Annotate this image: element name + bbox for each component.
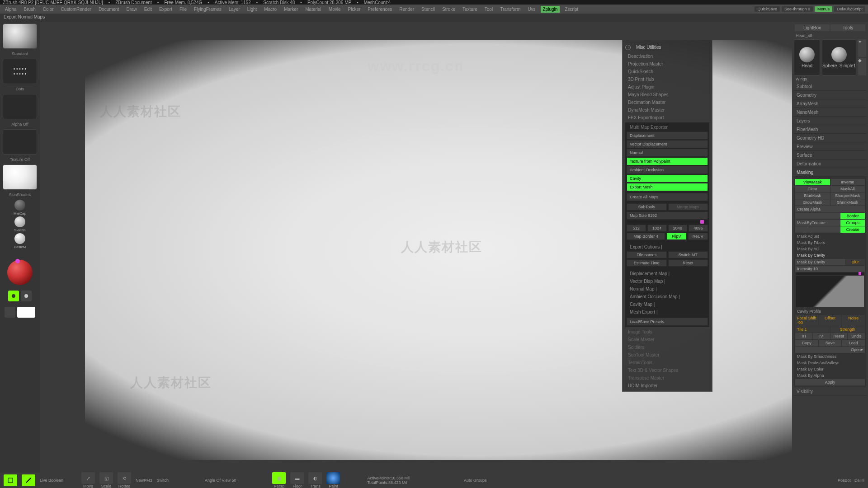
viewmask-button[interactable]: ViewMask xyxy=(795,179,830,185)
filenames-button[interactable]: File names xyxy=(627,251,667,258)
size-4096[interactable]: 4096 xyxy=(689,225,708,232)
section-fibermesh[interactable]: FiberMesh xyxy=(794,126,866,134)
ih-button[interactable]: IH xyxy=(795,333,812,339)
intensity-slider-track[interactable] xyxy=(796,272,864,275)
size-512[interactable]: 512 xyxy=(627,225,646,232)
offset-button[interactable]: Offset xyxy=(819,315,842,326)
move-button[interactable]: ⤢ xyxy=(81,472,95,484)
color-swatch-main[interactable] xyxy=(8,291,19,301)
menu-movie[interactable]: Movie xyxy=(326,6,343,13)
section-arraymesh[interactable]: ArrayMesh xyxy=(794,100,866,108)
toggle-texture-polypaint[interactable]: Texture from Polypaint xyxy=(627,157,708,165)
stroke-slot[interactable] xyxy=(3,59,37,84)
vector-disp-map-section[interactable]: Vector Disp Map | xyxy=(626,277,708,285)
cavity-curve[interactable] xyxy=(796,276,864,307)
delhi-label[interactable]: DelHi xyxy=(854,478,864,483)
inverse-button[interactable]: Inverse xyxy=(830,179,865,185)
plugin-quicksketch[interactable]: QuickSketch xyxy=(624,68,710,75)
paint-button[interactable] xyxy=(326,472,340,484)
blurmask-button[interactable]: BlurMask xyxy=(795,192,830,199)
section-visibility[interactable]: Visibility xyxy=(794,388,866,396)
mapsize-slider[interactable]: Map Size 8192 xyxy=(627,211,708,220)
tile-slider[interactable]: Tile 1 xyxy=(795,326,830,333)
mask-bycolor-label[interactable]: Mask By Color xyxy=(795,366,865,372)
edit-mode-icon[interactable] xyxy=(4,474,17,486)
maskall-button[interactable]: MaskAll xyxy=(830,186,865,192)
curve-save-button[interactable]: Save xyxy=(819,340,842,346)
basicm-ball[interactable] xyxy=(14,233,25,244)
autogroups-label[interactable]: Auto Groups xyxy=(464,478,487,483)
plugin-decimation[interactable]: Decimation Master xyxy=(624,99,710,106)
plugin-dynamesh[interactable]: DynaMesh Master xyxy=(624,106,710,114)
plugin-terraintools[interactable]: TerrainTools xyxy=(624,359,710,366)
section-layers[interactable]: Layers xyxy=(794,117,866,125)
curve-undo-button[interactable]: Undo xyxy=(848,333,865,339)
menu-uvs[interactable]: Uvs xyxy=(525,6,538,13)
menu-flyingframes[interactable]: FlyingFrames xyxy=(192,6,224,13)
persp-button[interactable]: ▦ xyxy=(272,472,286,484)
focalshift-slider[interactable]: Focal Shift -90 xyxy=(795,315,818,326)
curve-open-button[interactable]: Open▾ xyxy=(795,347,865,353)
menu-brush[interactable]: Brush xyxy=(22,6,38,13)
section-deformation[interactable]: Deformation xyxy=(794,160,866,168)
brush-slot[interactable] xyxy=(3,23,37,49)
plugin-transpose[interactable]: Transpose Master xyxy=(624,374,710,382)
blur-button[interactable]: Blur xyxy=(846,259,865,265)
plugin-soldiers[interactable]: Soldiers xyxy=(624,343,710,351)
plugin-deactivation[interactable]: Deactivation xyxy=(624,52,710,60)
mask-smoothness-label[interactable]: Mask By Smoothness xyxy=(795,353,865,360)
menu-transform[interactable]: Transform xyxy=(498,6,523,13)
clear-button[interactable]: Clear xyxy=(795,186,830,192)
section-preview[interactable]: Preview xyxy=(794,143,866,151)
material-slot[interactable] xyxy=(3,164,37,190)
curve-load-button[interactable]: Load xyxy=(842,340,865,346)
section-masking[interactable]: Masking xyxy=(794,169,866,177)
cavity-map-section[interactable]: Cavity Map | xyxy=(626,300,708,308)
section-subtool[interactable]: Subtool xyxy=(794,83,866,91)
noise-button[interactable]: Noise xyxy=(842,315,865,326)
crease-toggle[interactable]: Crease xyxy=(840,226,865,233)
gradient-toggle[interactable] xyxy=(5,307,15,318)
menu-material[interactable]: Material xyxy=(303,6,324,13)
growmask-button[interactable]: GrowMask xyxy=(795,199,830,206)
iv-button[interactable]: IV xyxy=(813,333,830,339)
posbot-label[interactable]: PosBot xyxy=(838,478,851,483)
star-icon[interactable]: ✦ xyxy=(858,39,866,57)
menu-customrender[interactable]: CustomRender xyxy=(59,6,94,13)
maskfibers-label[interactable]: Mask By Fibers xyxy=(795,239,865,246)
toggle-ambient-occlusion[interactable]: Ambient Occlusion xyxy=(627,166,708,174)
toggle-export-mesh[interactable]: Export Mesh xyxy=(627,183,708,191)
curve-reset-button[interactable]: Reset xyxy=(830,333,848,339)
strength-button[interactable]: Strength xyxy=(830,326,865,333)
menu-layer[interactable]: Layer xyxy=(226,6,242,13)
switchmt-button[interactable]: Switch MT xyxy=(668,251,708,258)
tool-thumb-sphere[interactable]: Sphere_Simple1 xyxy=(822,39,856,75)
color-swatch-alt[interactable] xyxy=(21,291,32,301)
mergemaps-label[interactable]: Merge Maps xyxy=(668,203,708,211)
maskadjust-label[interactable]: Mask Adjust xyxy=(795,233,865,239)
menus-toggle[interactable]: Menus xyxy=(815,6,832,12)
groups-toggle[interactable]: Groups xyxy=(840,220,865,226)
color-picker-sphere[interactable] xyxy=(7,260,33,285)
plugin-projection-master[interactable]: Projection Master xyxy=(624,60,710,68)
toggle-cavity[interactable]: Cavity xyxy=(627,174,708,183)
plugin-maya-blend[interactable]: Maya Blend Shapes xyxy=(624,91,710,99)
mme-header[interactable]: Multi Map Exporter xyxy=(626,123,708,131)
plugin-text3d[interactable]: Text 3D & Vector Shapes xyxy=(624,366,710,374)
texture-slot[interactable] xyxy=(3,129,37,155)
createalpha-button[interactable]: Create Alpha xyxy=(795,206,865,212)
menu-alpha[interactable]: Alpha xyxy=(3,6,19,13)
reuv-toggle[interactable]: ReUV xyxy=(688,233,708,240)
menu-texture[interactable]: Texture xyxy=(460,6,480,13)
apply-button[interactable]: Apply xyxy=(795,379,865,385)
skinsh-ball[interactable] xyxy=(14,216,25,227)
shrinkmask-button[interactable]: ShrinkMask xyxy=(830,199,865,206)
draw-mode-icon[interactable] xyxy=(22,474,35,486)
section-geometryhd[interactable]: Geometry HD xyxy=(794,134,866,142)
flipv-toggle[interactable]: FlipV xyxy=(666,233,687,240)
menu-file[interactable]: File xyxy=(177,6,189,13)
switch-label[interactable]: Switch xyxy=(157,478,169,483)
scale-button[interactable]: ◱ xyxy=(99,472,113,484)
menu-macro[interactable]: Macro xyxy=(262,6,279,13)
plugin-adjust[interactable]: Adjust Plugin xyxy=(624,83,710,91)
